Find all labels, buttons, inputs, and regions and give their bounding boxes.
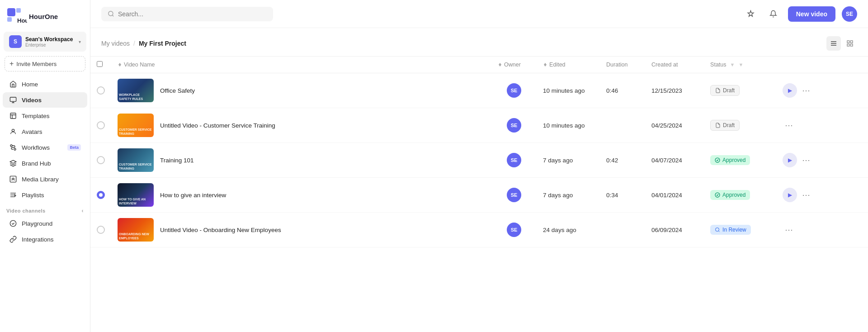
sidebar-item-brand-hub[interactable]: Brand Hub xyxy=(3,156,87,171)
row-status-cell: Draft xyxy=(704,73,776,108)
svg-rect-4 xyxy=(10,97,16,101)
row-checkbox[interactable] xyxy=(97,226,105,234)
more-options-button[interactable]: ⋯ xyxy=(783,119,795,132)
breadcrumb-separator: / xyxy=(133,40,135,47)
sparkle-button[interactable] xyxy=(743,6,759,22)
row-actions-cell: ⋯ xyxy=(776,108,868,143)
sidebar-item-avatars[interactable]: Avatars xyxy=(3,124,87,139)
table-header: Video Name Owner Edited xyxy=(90,57,868,73)
video-name: Untitled Video - Customer Service Traini… xyxy=(160,122,275,129)
sparkle-icon xyxy=(747,10,755,18)
video-thumbnail: Onboarding New Employees xyxy=(118,218,154,242)
workspace-selector[interactable]: S Sean's Workspace Enterprise ▾ xyxy=(4,32,86,52)
main-panel: New video SE My videos / My First Projec… xyxy=(90,0,868,332)
user-avatar[interactable]: SE xyxy=(842,6,857,22)
svg-rect-5 xyxy=(10,113,16,119)
status-badge: Approved xyxy=(710,155,750,165)
sidebar-item-label: Media Library xyxy=(22,176,81,183)
sidebar-item-videos[interactable]: Videos xyxy=(3,92,87,108)
play-button[interactable]: ▶ xyxy=(783,153,797,167)
sidebar-item-label: Home xyxy=(22,81,81,88)
row-created-cell: 06/09/2024 xyxy=(645,213,704,247)
more-options-button[interactable]: ⋯ xyxy=(800,84,812,97)
sidebar-item-playlists[interactable]: Playlists xyxy=(3,187,87,203)
more-options-button[interactable]: ⋯ xyxy=(783,223,795,236)
invite-members-button[interactable]: + Invite Members xyxy=(5,56,85,71)
sidebar-item-label: Brand Hub xyxy=(22,160,81,167)
grid-icon xyxy=(846,40,854,47)
play-button[interactable]: ▶ xyxy=(783,188,797,202)
row-created-cell: 12/15/2023 xyxy=(645,73,704,108)
svg-rect-2 xyxy=(7,17,12,22)
integrations-icon xyxy=(9,235,17,243)
more-options-button[interactable]: ⋯ xyxy=(800,154,812,166)
table-row: Customer Service Training Untitled Video… xyxy=(90,108,868,143)
sidebar-item-media-library[interactable]: Media Library xyxy=(3,171,87,187)
sidebar: Hour HourOne S Sean's Workspace Enterpri… xyxy=(0,0,90,332)
row-owner-cell: SE xyxy=(491,108,537,143)
play-button[interactable]: ▶ xyxy=(783,83,797,98)
row-actions-cell: ⋯ xyxy=(776,213,868,247)
row-edited-cell: 7 days ago xyxy=(537,143,600,178)
more-options-button[interactable]: ⋯ xyxy=(800,189,812,201)
new-video-button[interactable]: New video xyxy=(788,6,835,22)
header: New video SE xyxy=(90,0,868,28)
video-thumbnail: Workplace Safety Rules xyxy=(118,79,154,102)
filter-icon[interactable]: ▼ xyxy=(730,62,735,67)
th-status: Status ▼ ▼ xyxy=(704,57,776,73)
svg-rect-1 xyxy=(16,8,21,13)
sidebar-item-playground[interactable]: Playground xyxy=(3,216,87,231)
row-actions-cell: ▶ ⋯ xyxy=(776,143,868,178)
svg-line-27 xyxy=(718,231,719,232)
row-edited-cell: 10 minutes ago xyxy=(537,108,600,143)
filter-icon-2[interactable]: ▼ xyxy=(738,62,743,67)
row-checkbox[interactable] xyxy=(97,86,105,95)
row-checkbox[interactable] xyxy=(97,121,105,129)
grid-view-button[interactable] xyxy=(843,36,857,51)
status-badge: Draft xyxy=(710,120,740,131)
sidebar-item-label: Playground xyxy=(22,220,81,227)
sort-edited[interactable]: Edited xyxy=(543,62,565,68)
row-checkbox[interactable] xyxy=(97,156,105,164)
view-toggle xyxy=(826,36,857,51)
owner-avatar: SE xyxy=(507,188,521,202)
sidebar-item-home[interactable]: Home xyxy=(3,76,87,92)
sidebar-item-label: Playlists xyxy=(22,192,81,199)
list-view-button[interactable] xyxy=(826,36,841,51)
draft-icon xyxy=(715,88,721,93)
logo: Hour HourOne xyxy=(0,0,90,30)
sidebar-item-label: Integrations xyxy=(22,236,81,243)
table-body: Workplace Safety Rules Office Safety SE … xyxy=(90,73,868,247)
notifications-button[interactable] xyxy=(765,6,782,22)
sort-name[interactable]: Video Name xyxy=(118,62,155,68)
row-name-cell: Customer Service Training Training 101 xyxy=(111,143,491,178)
plus-icon: + xyxy=(9,60,14,68)
search-input[interactable] xyxy=(118,10,267,18)
sidebar-item-templates[interactable]: Templates xyxy=(3,108,87,123)
svg-point-15 xyxy=(108,11,113,16)
row-checkbox-cell xyxy=(90,108,111,143)
sidebar-item-workflows[interactable]: Workflows Beta xyxy=(3,140,87,155)
svg-rect-0 xyxy=(7,8,15,16)
video-name: How to give an interview xyxy=(160,192,226,199)
sidebar-item-integrations[interactable]: Integrations xyxy=(3,232,87,247)
sidebar-item-label: Avatars xyxy=(22,128,81,135)
sidebar-item-label: Workflows xyxy=(22,144,63,151)
svg-rect-22 xyxy=(847,44,849,46)
app-name: HourOne xyxy=(29,13,58,20)
collapse-icon[interactable]: ‹ xyxy=(82,208,84,214)
th-edited: Edited xyxy=(537,57,600,73)
approved-icon xyxy=(715,192,720,198)
row-duration-cell xyxy=(600,213,645,247)
svg-point-6 xyxy=(12,129,14,132)
sort-icon xyxy=(498,62,502,67)
sort-owner[interactable]: Owner xyxy=(498,62,521,68)
sort-icon xyxy=(543,62,547,67)
list-icon xyxy=(830,40,837,47)
breadcrumb-root[interactable]: My videos xyxy=(101,40,130,47)
search-box xyxy=(101,7,273,21)
select-all-checkbox[interactable] xyxy=(97,61,103,67)
sort-icon xyxy=(118,62,122,67)
row-created-cell: 04/25/2024 xyxy=(645,108,704,143)
row-checkbox[interactable] xyxy=(97,191,105,199)
